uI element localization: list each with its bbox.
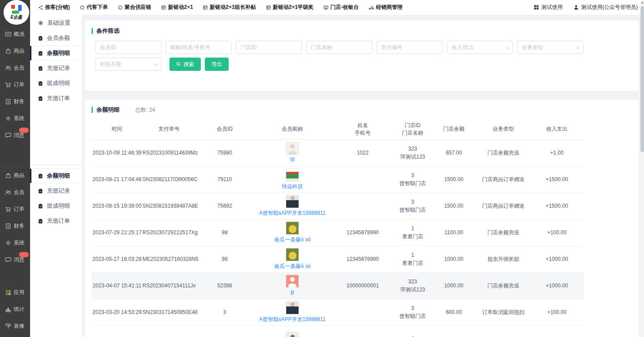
- nickname-link[interactable]: A曾智聪xAPP开发15986811: [259, 315, 326, 323]
- cell-pay-no: RS20230407154111Jx: [142, 272, 196, 299]
- member-avatar[interactable]: [286, 221, 299, 235]
- sidebar-item-members[interactable]: 会员: [0, 184, 30, 201]
- submenu-item-recharge-orders[interactable]: 充值订单: [30, 213, 82, 229]
- member-id-input[interactable]: [95, 41, 161, 54]
- workspace-switcher[interactable]: 测试使用: [533, 4, 563, 11]
- accent-bar: [92, 107, 93, 113]
- sidebar-item-goods[interactable]: 商品: [0, 167, 30, 184]
- nickname-link[interactable]: A曾智聪xAPP开发15986811: [259, 209, 326, 217]
- topnav-item-dealer-mgmt[interactable]: 经销商管理: [368, 4, 402, 11]
- nickname-link[interactable]: 南瓜一条藤ό зό: [274, 236, 310, 244]
- inout-select[interactable]: 收入/支出: [447, 41, 513, 54]
- cell-balance: [431, 325, 477, 337]
- submenu-item-commission-detail[interactable]: 提成明细: [30, 76, 82, 91]
- member-avatar[interactable]: [286, 142, 299, 155]
- sidebar-item-orders[interactable]: 订单: [0, 76, 30, 93]
- nickname-input[interactable]: [165, 41, 232, 54]
- user-menu[interactable]: 测试使用(公众号管理员): [573, 4, 638, 11]
- brand-logo[interactable]: E企盈: [4, 0, 29, 25]
- cell-balance: 1100.00: [431, 219, 477, 246]
- submenu-label: 充值记录: [47, 64, 70, 72]
- member-avatar[interactable]: [286, 332, 299, 337]
- scrollbar-thumb[interactable]: [640, 6, 644, 152]
- search-button[interactable]: 搜索: [169, 58, 201, 71]
- sidebar-item-members[interactable]: 会员: [0, 59, 30, 76]
- scroll-up-arrow-icon[interactable]: [641, 1, 644, 4]
- sidebar-item-system[interactable]: 系统: [0, 110, 30, 127]
- sidebar-group-1: 概况 商品 会员 订单 财务 系统 消息···: [0, 26, 30, 143]
- submenu-item-balance-detail[interactable]: 余额明细: [30, 168, 82, 183]
- sidebar-item-label: 统计: [14, 306, 24, 313]
- submenu-item-recharge-orders[interactable]: 充值订单: [30, 91, 82, 106]
- filter-row-1: 收入/支出 业务类型: [95, 41, 583, 54]
- member-avatar[interactable]: [286, 168, 299, 182]
- sidebar-item-orders[interactable]: 订单: [0, 201, 30, 217]
- submenu-item-recharge-records[interactable]: 充值记录: [30, 183, 82, 198]
- topnav-label: 推客(分销): [45, 4, 70, 11]
- topnav-item-supply-chain[interactable]: 聚合供应链: [118, 4, 151, 11]
- cell-balance: 657.00: [431, 139, 477, 166]
- submenu-item-balance-detail[interactable]: 余额明细: [30, 46, 82, 61]
- submenu-item-recharge-records[interactable]: 充值记录: [30, 61, 82, 76]
- col-in-out: 收入支出: [530, 119, 584, 139]
- topnav-label: 新链动2+1组长补贴: [210, 4, 256, 11]
- cell-balance: 1000.00: [431, 272, 477, 299]
- time-range-select[interactable]: 时间不限: [95, 58, 161, 71]
- cell-name-phone: [331, 166, 395, 193]
- cell-time: 2023-07-29 22:25:17: [92, 219, 142, 246]
- total-value: 24: [149, 107, 155, 113]
- col-member-id: 会员ID: [196, 119, 254, 139]
- table-row-partial: 3: [92, 325, 584, 337]
- cell-pay-no: RS20231009114639Mz: [142, 139, 196, 166]
- sidebar-item-label: 订单: [14, 205, 24, 213]
- nickname-link[interactable]: 萍: [290, 156, 295, 164]
- col-name-phone: 姓名手机号: [331, 119, 395, 139]
- sidebar-item-finance[interactable]: 财务: [0, 217, 30, 234]
- submenu-label: 余额明细: [47, 49, 70, 57]
- submenu-item-basic-settings[interactable]: 基础设置: [30, 15, 82, 31]
- topnav-item-distribution[interactable]: 推客(分销): [38, 4, 70, 11]
- member-avatar[interactable]: [286, 195, 299, 208]
- sidebar-item-messages[interactable]: 消息···: [0, 127, 30, 143]
- sidebar-item-stats[interactable]: 统计: [0, 301, 30, 318]
- brand-name: E企盈: [11, 14, 23, 20]
- sidebar-item-overview[interactable]: 概况: [0, 26, 30, 43]
- sidebar-item-decorate[interactable]: 装修: [0, 318, 30, 334]
- member-avatar[interactable]: [286, 275, 299, 288]
- sidebar-item-label: 会员: [14, 189, 24, 196]
- sidebar-item-apps[interactable]: 应用: [0, 284, 30, 301]
- submenu-label: 会员余额: [47, 34, 70, 42]
- submenu-item-commission-detail[interactable]: 提成明细: [30, 198, 82, 213]
- cell-balance: 600.00: [431, 299, 477, 325]
- cell-member-id: 98: [196, 219, 254, 246]
- member-avatar[interactable]: [286, 301, 299, 314]
- sidebar-item-goods[interactable]: 商品: [0, 43, 30, 59]
- cell-name-phone: 1022: [331, 139, 395, 166]
- topnav-item-chain-2plus1[interactable]: 新链动2+1: [161, 4, 193, 11]
- nickname-link[interactable]: 快远科技: [282, 182, 303, 190]
- cell-biz-type: 股东升级奖励: [477, 246, 530, 272]
- pay-no-input[interactable]: [376, 41, 443, 54]
- vertical-scrollbar[interactable]: [640, 0, 644, 337]
- nickname-link[interactable]: 南瓜一条藤ό зό: [274, 262, 310, 270]
- col-time: 时间: [92, 119, 142, 139]
- sidebar-item-system[interactable]: 系统: [0, 234, 30, 251]
- biztype-select[interactable]: 业务类型: [517, 41, 583, 54]
- submenu-item-member-balance[interactable]: 会员余额: [30, 31, 82, 46]
- store-name-input[interactable]: [306, 41, 372, 54]
- sidebar-item-messages[interactable]: 消息···: [0, 251, 30, 268]
- nickname-link[interactable]: B: [291, 289, 294, 297]
- topnav-item-store-cashier[interactable]: 门店-收银台: [323, 4, 359, 11]
- cell-biz-type: 门店商品订单赠送: [477, 166, 530, 193]
- topnav-item-proxy-order[interactable]: 代客下单: [80, 4, 108, 11]
- topnav-item-chain-peer-award[interactable]: 新链动2+1平级奖: [266, 4, 314, 11]
- store-id-input[interactable]: [236, 41, 302, 54]
- search-icon: [176, 62, 181, 67]
- submenu-label: 基础设置: [47, 19, 70, 27]
- sidebar-item-finance[interactable]: 财务: [0, 93, 30, 110]
- member-avatar[interactable]: [286, 248, 299, 261]
- cell-store: 3: [395, 325, 431, 337]
- topnav-item-chain-leader-subsidy[interactable]: 新链动2+1组长补贴: [203, 4, 256, 11]
- submenu-label: 充值订单: [47, 217, 70, 225]
- export-button[interactable]: 导出: [205, 58, 229, 71]
